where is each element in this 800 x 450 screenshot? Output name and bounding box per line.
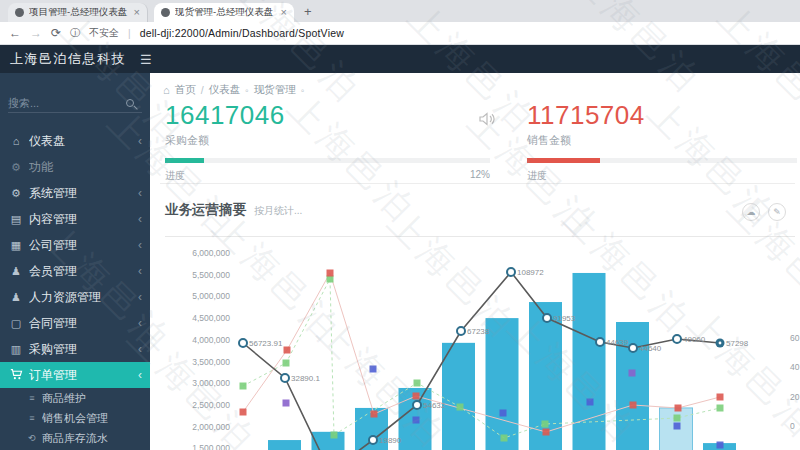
- y-axis-tick: 5,000,000: [192, 291, 230, 301]
- home-icon: ⌂: [8, 135, 24, 147]
- y-axis-tick: 5,500,000: [192, 270, 230, 280]
- hamburger-menu-icon[interactable]: ☰: [140, 52, 152, 67]
- line-point-label: 54632: [423, 401, 446, 410]
- list-icon: ≡: [26, 393, 38, 403]
- scatter-point-red: [240, 409, 247, 416]
- chevron-left-icon: ‹: [138, 342, 142, 356]
- list-icon: ≡: [26, 413, 38, 423]
- kpi-value: 11715704: [527, 101, 797, 130]
- y-axis-tick: 2,000,000: [192, 422, 230, 432]
- search-input[interactable]: [8, 97, 122, 109]
- panel-title-text: 业务运营摘要: [165, 202, 246, 217]
- scatter-point-green: [331, 432, 338, 439]
- line-marker: [543, 314, 551, 322]
- progress-label: 进度: [165, 169, 185, 183]
- sidebar-item-label: 内容管理: [29, 211, 138, 228]
- sidebar-item-0[interactable]: ⌂仪表盘‹: [0, 128, 150, 154]
- reload-icon[interactable]: ⟳: [51, 27, 61, 39]
- breadcrumb-home[interactable]: 首页: [175, 83, 196, 97]
- cart-icon: [8, 368, 24, 383]
- breadcrumb-dashboard[interactable]: 仪表盘: [209, 83, 241, 97]
- sidebar-item-label: 销售机会管理: [42, 411, 142, 426]
- site-info-icon[interactable]: ⓘ: [70, 26, 80, 40]
- browser-tab-spot[interactable]: 现货管理-总经理仪表盘 ×: [154, 3, 294, 22]
- sidebar-item-11[interactable]: ≡销售机会管理: [0, 408, 150, 428]
- speaker-icon[interactable]: [478, 111, 496, 131]
- line-marker: [596, 338, 604, 346]
- breadcrumb-separator: ◦: [245, 84, 249, 96]
- scatter-point-red: [543, 429, 550, 436]
- sidebar-item-label: 会员管理: [29, 263, 138, 280]
- y-axis-tick: 4,500,000: [192, 313, 230, 323]
- tab-close-icon[interactable]: ×: [134, 7, 140, 18]
- browser-tab-project[interactable]: 项目管理-总经理仪表盘 ×: [8, 3, 148, 22]
- new-tab-button[interactable]: +: [304, 5, 312, 18]
- line-marker: [369, 436, 377, 444]
- line-marker: [507, 268, 515, 276]
- scatter-point-red: [717, 394, 724, 401]
- sidebar-search: [8, 93, 142, 113]
- sidebar-item-1[interactable]: ⚙功能: [0, 154, 150, 180]
- line-point-label: 108972: [517, 268, 544, 277]
- line-marker-dot: [719, 342, 722, 345]
- url-input[interactable]: dell-dji:22000/Admin/Dashboard/SpotView: [140, 27, 344, 39]
- sidebar-item-3[interactable]: ▤内容管理‹: [0, 206, 150, 232]
- browser-tab-bar: 项目管理-总经理仪表盘 × 现货管理-总经理仪表盘 × +: [0, 0, 800, 22]
- tab-close-icon[interactable]: ×: [281, 7, 287, 18]
- sidebar-item-5[interactable]: ♟会员管理‹: [0, 258, 150, 284]
- line-point-label: 32890.1: [291, 374, 320, 383]
- bar: [442, 343, 475, 450]
- bar: [573, 273, 606, 450]
- panel-title-rule: [165, 236, 795, 237]
- security-label: 不安全: [89, 26, 119, 40]
- y-axis-tick: 3,500,000: [192, 357, 230, 367]
- chevron-left-icon: ‹: [138, 134, 142, 148]
- right-axis-tick: 60: [790, 333, 800, 343]
- scatter-point-green: [501, 435, 508, 442]
- url-separator: |: [128, 28, 131, 39]
- line-marker: [673, 335, 681, 343]
- panel-title: 业务运营摘要按月统计...: [165, 201, 302, 219]
- sidebar-item-8[interactable]: ▥采购管理‹: [0, 336, 150, 362]
- sidebar-item-label: 人力资源管理: [29, 289, 138, 306]
- scatter-point-green: [283, 360, 290, 367]
- sidebar-item-12[interactable]: ⟲商品库存流水: [0, 428, 150, 448]
- main-content: ⌂ 首页 / 仪表盘 ◦ 现货管理 ◦ 16417046 采购金额 进度 12%: [150, 73, 800, 450]
- scatter-point-green: [457, 404, 464, 411]
- sidebar-item-label: 功能: [29, 159, 142, 176]
- business-summary-chart: 6,000,0005,500,0005,000,0004,500,0004,00…: [160, 243, 800, 450]
- scatter-point-blue: [413, 417, 420, 424]
- content-icon: ▤: [8, 213, 24, 226]
- kpi-purchase-amount: 16417046 采购金额 进度 12%: [165, 101, 490, 183]
- breadcrumb-spot[interactable]: 现货管理: [254, 83, 296, 97]
- scatter-point-blue: [500, 410, 507, 417]
- sidebar-item-7[interactable]: ▢合同管理‹: [0, 310, 150, 336]
- browser-window: 项目管理-总经理仪表盘 × 现货管理-总经理仪表盘 × + ← → ⟳ ⓘ 不安…: [0, 0, 800, 450]
- gear-icon: ⚙: [8, 161, 24, 174]
- line-point-label: 57298: [726, 339, 749, 348]
- line-point-label: 44639: [606, 338, 629, 347]
- edit-icon[interactable]: ✎: [768, 203, 786, 221]
- sidebar-item-label: 商品库存流水: [42, 431, 142, 446]
- chevron-left-icon: ‹: [138, 368, 142, 382]
- sidebar-item-6[interactable]: ♟人力资源管理‹: [0, 284, 150, 310]
- cloud-download-icon[interactable]: ☁: [742, 203, 760, 221]
- scatter-point-red: [675, 405, 682, 412]
- scatter-point-red: [630, 402, 637, 409]
- line-marker: [281, 374, 289, 382]
- sidebar-item-10[interactable]: ≡商品维护: [0, 388, 150, 408]
- bar: [529, 302, 562, 450]
- chevron-left-icon: ‹: [138, 264, 142, 278]
- scatter-point-blue: [587, 399, 594, 406]
- scatter-point-red: [371, 411, 378, 418]
- sidebar-item-9[interactable]: 订单管理‹: [0, 362, 150, 388]
- sidebar-item-2[interactable]: ⚙系统管理‹: [0, 180, 150, 206]
- scatter-point-blue: [717, 442, 724, 449]
- sidebar-item-label: 系统管理: [29, 185, 138, 202]
- brand-title: 上海邑泊信息科技: [10, 50, 126, 68]
- sidebar-item-4[interactable]: ▦公司管理‹: [0, 232, 150, 258]
- search-icon[interactable]: [126, 99, 134, 107]
- back-icon[interactable]: ←: [9, 27, 21, 39]
- scatter-point-green: [327, 276, 334, 283]
- kpi-sales-amount: 11715704 销售金额 进度: [527, 101, 797, 183]
